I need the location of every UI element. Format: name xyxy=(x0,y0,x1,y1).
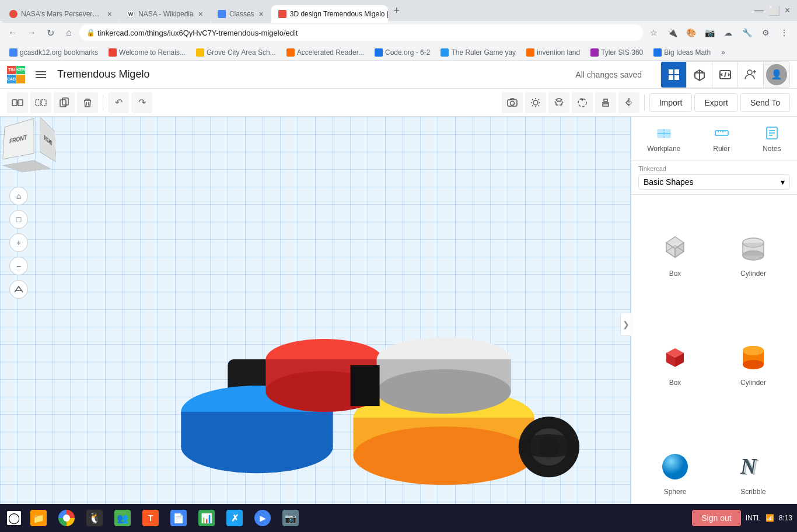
tab-wikipedia[interactable]: W NASA - Wikipedia × xyxy=(120,5,210,23)
bookmark-gcasd[interactable]: gcasdk12.org bookmarks xyxy=(5,46,103,59)
close-window-icon[interactable]: × xyxy=(785,5,790,16)
sign-out-button[interactable]: Sign out xyxy=(692,510,740,526)
svg-point-44 xyxy=(743,360,764,369)
taskbar-app-twitter[interactable]: ✗ xyxy=(222,505,247,531)
user-avatar[interactable]: 👤 xyxy=(766,64,787,85)
collapse-icon: ❯ xyxy=(623,320,630,329)
svg-rect-11 xyxy=(36,100,40,106)
add-user-button[interactable] xyxy=(738,62,764,88)
align-button[interactable] xyxy=(595,92,616,113)
delete-button[interactable] xyxy=(77,92,98,113)
svg-point-16 xyxy=(510,101,514,105)
taskbar-app-camera[interactable]: 📷 xyxy=(278,505,303,531)
bookmark-accelerated[interactable]: Accelerated Reader... xyxy=(282,46,369,59)
minimize-icon[interactable]: — xyxy=(754,5,764,16)
extension-1-button[interactable]: 🔌 xyxy=(664,24,680,41)
svg-rect-20 xyxy=(604,99,607,102)
forward-button[interactable]: → xyxy=(23,24,40,41)
more-button[interactable]: ⋮ xyxy=(776,24,792,41)
tab-classes[interactable]: Classes × xyxy=(211,5,271,23)
tab-tinkercad-label: 3D design Tremendous Migelo |... xyxy=(290,10,388,18)
notes-tool[interactable]: Notes xyxy=(756,121,788,155)
shape-lib-select[interactable]: Basic Shapes ▾ xyxy=(638,174,790,190)
wifi-icon: 📶 xyxy=(765,514,774,522)
bookmark-tyler[interactable]: Tyler SIS 360 xyxy=(586,46,648,59)
rotate-button[interactable] xyxy=(572,92,593,113)
box-red-visual xyxy=(658,340,693,375)
taskbar-app-chrome[interactable] xyxy=(54,505,79,531)
hamburger-menu-button[interactable] xyxy=(32,65,50,84)
redo-button[interactable]: ↷ xyxy=(131,92,152,113)
taskbar-app-sheets[interactable]: 📊 xyxy=(194,505,219,531)
refresh-button[interactable]: ↻ xyxy=(42,24,58,41)
svg-text:N: N xyxy=(742,455,759,480)
undo-button[interactable]: ↶ xyxy=(108,92,129,113)
mirror-button[interactable] xyxy=(618,92,639,113)
shape-box-wire[interactable]: Box xyxy=(636,200,714,309)
bookmark-renais[interactable]: Welcome to Renais... xyxy=(104,46,190,59)
import-button[interactable]: Import xyxy=(649,93,693,112)
export-button[interactable]: Export xyxy=(694,93,737,112)
taskbar-app-linux[interactable]: 🐧 xyxy=(82,505,107,531)
url-bar[interactable]: 🔒 tinkercad.com/things/iux6QyHvC7Y-treme… xyxy=(79,24,643,41)
bookmark-bigideas[interactable]: Big Ideas Math xyxy=(649,46,715,59)
logo-cell-empty xyxy=(16,75,25,83)
maximize-icon[interactable]: ⬜ xyxy=(768,5,780,16)
bookmark-ruler[interactable]: The Ruler Game yay xyxy=(436,46,520,59)
shape-cylinder-orange[interactable]: Cylinder xyxy=(714,309,792,418)
tinkercad-logo: TIN KER CAD xyxy=(7,66,25,83)
scribble-visual: N N xyxy=(736,449,771,484)
duplicate-button[interactable] xyxy=(54,92,75,113)
shape-box-red[interactable]: Box xyxy=(636,309,714,418)
bookmark-grove[interactable]: Grove City Area Sch... xyxy=(191,46,281,59)
extension-4-button[interactable]: ☁ xyxy=(720,24,736,41)
tab-nasa[interactable]: NASA's Mars Perseverance Rov... × xyxy=(2,5,119,23)
shapes-grid: Box Cylinder xyxy=(631,195,797,532)
tab-wikipedia-label: NASA - Wikipedia xyxy=(138,10,194,18)
tab-wikipedia-close[interactable]: × xyxy=(198,9,203,19)
tab-nasa-close[interactable]: × xyxy=(107,9,112,19)
workplane-label: Workplane xyxy=(647,145,680,153)
taskbar-app-files[interactable]: 📁 xyxy=(26,505,51,531)
extension-5-button[interactable]: 🔧 xyxy=(739,24,755,41)
3d-view-button[interactable] xyxy=(687,62,712,88)
home-button[interactable]: ⌂ xyxy=(61,24,77,41)
ruler-tool[interactable]: Ruler xyxy=(705,121,738,155)
workplane-icon xyxy=(655,124,673,142)
bookmark-star-button[interactable]: ☆ xyxy=(645,24,662,41)
light-button[interactable] xyxy=(525,92,546,113)
extension-3-button[interactable]: 📷 xyxy=(701,24,718,41)
workplane-tool[interactable]: Workplane xyxy=(640,121,687,155)
canvas-area[interactable]: FRONT RIGHT ⌂ □ + − xyxy=(0,117,631,532)
ruler-label: Ruler xyxy=(713,145,730,153)
taskbar-start[interactable]: ◯ xyxy=(5,509,23,527)
sendto-button[interactable]: Send To xyxy=(740,93,790,112)
logo-cell-ker: KER xyxy=(16,66,25,75)
taskbar-app-classroom[interactable]: 👥 xyxy=(110,505,135,531)
svg-rect-14 xyxy=(62,98,68,105)
tab-classes-close[interactable]: × xyxy=(259,9,264,19)
tab-tinkercad[interactable]: 3D design Tremendous Migelo |... × xyxy=(271,5,388,23)
taskbar-app-testgen[interactable]: T xyxy=(138,505,163,531)
bookmark-invention[interactable]: invention land xyxy=(522,46,585,59)
magnet-button[interactable] xyxy=(548,92,569,113)
group-button[interactable] xyxy=(7,92,28,113)
taskbar-app-docs[interactable]: 📄 xyxy=(166,505,191,531)
code-view-button[interactable] xyxy=(712,62,738,88)
bookmark-more[interactable]: » xyxy=(716,46,730,59)
svg-rect-3 xyxy=(669,69,673,74)
app-layout: TIN KER CAD Tremendous Migelo All change… xyxy=(0,61,797,532)
shape-cylinder-wire[interactable]: Cylinder xyxy=(714,200,792,309)
back-button[interactable]: ← xyxy=(5,24,21,41)
taskbar-app-play[interactable]: ▶ xyxy=(250,505,275,531)
ungroup-button[interactable] xyxy=(30,92,51,113)
notes-icon xyxy=(763,124,781,142)
bookmark-codeorg[interactable]: Code.org - 6-2 xyxy=(370,46,435,59)
grid-view-button[interactable] xyxy=(661,62,687,88)
extension-2-button[interactable]: 🎨 xyxy=(683,24,699,41)
camera-button[interactable] xyxy=(502,92,523,113)
extension-6-button[interactable]: ⚙ xyxy=(757,24,774,41)
panel-collapse-button[interactable]: ❯ xyxy=(620,313,631,336)
shape-lib-category: Tinkercad xyxy=(638,165,790,172)
new-tab-button[interactable]: + xyxy=(389,2,405,19)
